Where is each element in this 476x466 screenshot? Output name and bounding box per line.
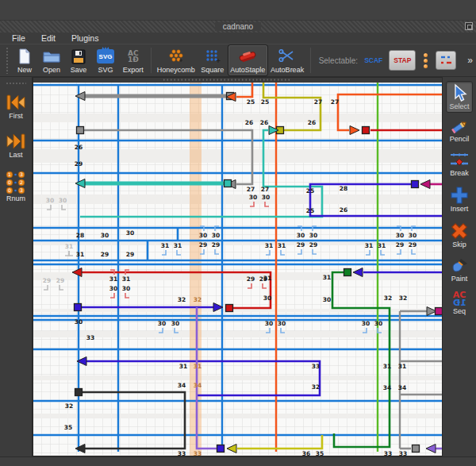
position-label: 31 [265,242,273,249]
endpoint-square[interactable] [75,304,82,311]
endpoint-square[interactable] [77,127,84,134]
endpoint-square[interactable] [217,445,225,453]
position-label: 30 [101,232,109,239]
autostaple-button[interactable]: AutoStaple [228,44,268,76]
menu-plugins[interactable]: Plugins [64,33,106,43]
new-document-icon [17,48,32,65]
skip-tool-label: Skip [452,241,466,248]
export-button[interactable]: AC1Ð Export [119,44,148,76]
endpoint-square[interactable] [413,445,420,453]
svg-button-label: SVG [98,66,113,74]
first-button[interactable]: First [2,91,29,122]
pencil-tool[interactable]: Pencil [447,117,473,145]
svg-button[interactable]: SVG SVG [92,44,119,76]
save-floppy-icon [71,48,86,65]
open-folder-icon [43,48,60,65]
endpoint-square[interactable] [226,305,233,312]
open-button-label: Open [43,66,60,74]
insert-tool[interactable]: Insert [447,183,472,215]
select-cursor-icon [451,83,468,102]
new-button[interactable]: New [11,44,38,76]
stap-filter-button[interactable]: STAP [389,50,416,71]
paint-tool[interactable]: Paint [447,255,472,285]
position-label: 27 [314,98,322,106]
toolbar-separator [310,48,311,73]
position-label: 32 [194,296,202,303]
position-label: 30 [309,232,317,239]
pencil-icon [450,119,469,135]
crossover-filter-button[interactable] [436,51,456,70]
path-view-drawing[interactable]: 3131303029293131303029293131303029293030… [33,77,443,456]
autobreak-button[interactable]: AutoBreak [268,44,307,76]
endpoint-square[interactable] [412,181,419,188]
position-label: 32 [399,295,407,302]
svg-text:0: 0 [8,187,11,193]
endpoint-square[interactable] [75,389,83,396]
toolbar: New Open Save SVG SVG AC1Ð Export [0,44,476,77]
save-button-label: Save [71,66,87,74]
endpoint-square[interactable] [225,180,232,187]
position-label: 30 [122,285,130,292]
svg-text:3: 3 [20,171,23,177]
position-label: 33 [86,334,94,341]
skip-tool[interactable]: Skip [447,219,472,251]
menu-edit[interactable]: Edit [34,33,63,43]
last-button[interactable]: Last [2,129,29,161]
seq-tool[interactable]: AC 1Ð Seq [450,289,470,318]
position-label: 33 [399,450,407,456]
left-tool-panel: First Last [0,77,32,456]
save-button[interactable]: Save [65,44,92,76]
selectable-group: Selectable: SCAF STAP [314,44,462,76]
open-button[interactable]: Open [38,44,65,76]
toolbar-separator [151,48,152,73]
autobreak-scissors-icon [278,48,296,65]
honeycomb-lattice-icon [167,48,185,65]
toolbar-drag-handle[interactable] [6,47,10,74]
square-button[interactable]: Square [198,44,228,76]
position-label: 30 [297,232,305,239]
path-view-canvas[interactable]: 3131303029293131303029293131303029293030… [32,77,442,456]
autobreak-button-label: AutoBreak [271,66,304,74]
position-label: 30 [109,285,117,292]
window-bottom-bar [0,456,476,466]
position-label: 32 [384,295,392,302]
endpoint-square[interactable] [344,269,351,276]
toolbar-overflow-button[interactable]: » [467,55,473,66]
titlebar[interactable]: cadnano [0,21,476,33]
seq-tool-label: Seq [453,307,466,315]
position-label: 29 [75,160,83,168]
break-tool[interactable]: Break [446,149,473,179]
position-label: 31 [174,242,182,249]
splitter-bar[interactable] [33,77,443,83]
position-label: 33 [384,450,392,456]
restore-window-icon[interactable] [465,22,473,30]
position-label: 34 [178,382,186,389]
position-label: 30 [265,320,273,327]
scaf-filter-button[interactable]: SCAF [364,56,382,64]
square-lattice-icon [205,48,221,65]
rnum-button[interactable]: 13 02 03 Rnum [2,168,30,205]
select-tool[interactable]: Select [446,81,472,113]
position-label: 31 [179,363,187,370]
position-label: 31 [161,242,169,249]
position-label: 30 [249,194,257,201]
panel-drag-handle[interactable] [6,82,26,86]
endpoint-square[interactable] [436,308,443,315]
position-label: 28 [340,185,347,192]
position-label: 34 [194,382,202,389]
position-label: 34 [398,384,406,391]
window-title: cadnano [215,22,261,31]
endpoints-filter-button[interactable] [422,52,429,70]
position-label: 31 [323,274,331,281]
position-label: 26 [308,119,316,126]
position-label: 27 [331,98,339,106]
position-label: 29 [101,251,109,258]
honeycomb-button[interactable]: Honeycomb [155,44,198,76]
menu-file[interactable]: File [5,33,33,43]
position-label: 31 [365,242,373,249]
rnum-button-label: Rnum [6,194,25,202]
position-label: 31 [76,251,84,258]
position-label: 30 [75,318,83,325]
position-label: 26 [245,119,253,126]
endpoint-square[interactable] [363,127,370,134]
